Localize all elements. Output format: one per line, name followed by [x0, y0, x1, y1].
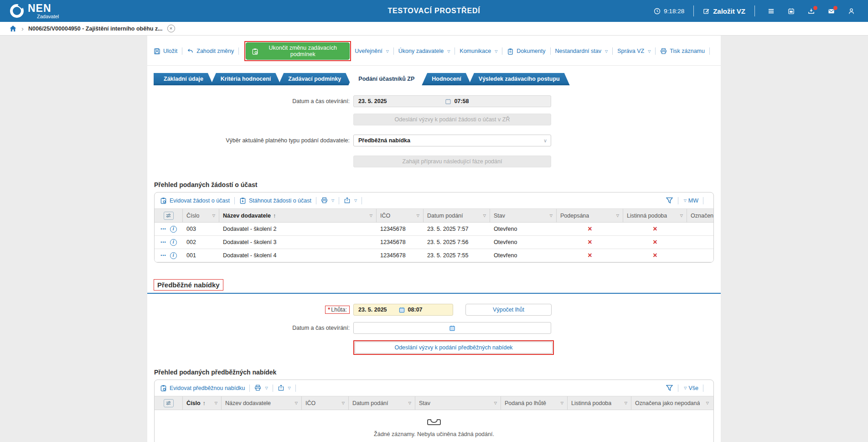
filter-chevron-icon[interactable]: ▽: [677, 213, 683, 218]
column-header-oznacena[interactable]: Označena jako nepodaná ▽: [631, 396, 713, 410]
submission-type-select[interactable]: Předběžná nabídka ∨: [353, 135, 551, 146]
column-header-podana-po-lhute[interactable]: Podaná po lhůtě ▽: [501, 396, 568, 410]
column-header-cislo[interactable]: Číslo ▽: [183, 209, 219, 222]
info-icon[interactable]: i: [170, 226, 177, 233]
table-row[interactable]: ••• i 002 Dodavatel - školení 3 12345678…: [155, 236, 713, 249]
filter-chevron-icon[interactable]: ▽: [547, 213, 553, 218]
row-menu-icon[interactable]: •••: [160, 227, 166, 231]
table-row[interactable]: ••• i 001 Dodavatel - školení 4 12345678…: [155, 249, 713, 262]
column-header-podepsana[interactable]: Podepsána ▽: [557, 209, 623, 222]
tab-zadavaci-podminky[interactable]: Zadávací podmínky: [278, 73, 351, 85]
column-header-datum-podani[interactable]: Datum podání ▽: [349, 396, 415, 410]
deadline-datetime-field[interactable]: 23. 5. 2025 08:07: [353, 304, 453, 316]
filter-chevron-icon[interactable]: ▽: [210, 213, 215, 218]
row-menu-icon[interactable]: •••: [160, 253, 166, 258]
messages-button[interactable]: [824, 8, 838, 15]
filter-chevron-icon[interactable]: ▽: [491, 401, 497, 405]
vz-admin-menu[interactable]: Správa VZ ▽: [617, 48, 651, 54]
register-request-button[interactable]: Evidovat žádost o účast: [160, 197, 230, 204]
tab-vysledek[interactable]: Výsledek zadávacího postupu: [469, 73, 570, 85]
print-grid-button[interactable]: ▽: [254, 385, 268, 391]
tab-kriteria-hodnoceni[interactable]: Kritéria hodnocení: [211, 73, 281, 85]
user-button[interactable]: [844, 8, 858, 15]
chevron-down-icon[interactable]: ▽: [684, 198, 687, 203]
column-header-nazev-dodavatele[interactable]: Název dodavatele ↑ ▽: [219, 209, 377, 222]
discard-changes-label: Zahodit změny: [196, 48, 234, 54]
filter-chevron-icon[interactable]: ▽: [339, 401, 345, 405]
filter-chevron-icon[interactable]: ▽: [480, 213, 486, 218]
downloads-button[interactable]: [804, 8, 818, 15]
divider: [754, 5, 755, 16]
finish-terms-change-button[interactable]: Ukončit změnu zadávacích podmínek: [246, 42, 350, 60]
filter-icon[interactable]: [666, 197, 673, 204]
home-icon[interactable]: [9, 25, 17, 32]
column-header-listinna-podoba[interactable]: Listinná podoba ▽: [568, 396, 631, 410]
filter-chevron-icon[interactable]: ▽: [414, 213, 419, 218]
calendar-icon[interactable]: [450, 325, 455, 331]
content-panel: Uložit Zahodit změny Ukončit změnu zadáv…: [147, 36, 721, 442]
column-header-ico[interactable]: IČO ▽: [302, 396, 349, 410]
column-header-nazev-dodavatele[interactable]: Název dodavatele ▽: [222, 396, 302, 410]
register-offer-button[interactable]: Evidovat předběžnou nabídku: [160, 385, 245, 391]
close-tab-icon[interactable]: ×: [167, 25, 175, 32]
tab-zakladni-udaje[interactable]: Základní údaje: [154, 73, 213, 85]
notification-badge: [813, 6, 817, 10]
discard-changes-button[interactable]: Zahodit změny: [187, 48, 234, 55]
column-header-stav[interactable]: Stav ▽: [490, 209, 557, 222]
communication-menu[interactable]: Komunikace ▽: [460, 48, 497, 54]
create-vz-button[interactable]: Založit VZ: [703, 7, 745, 15]
filter-chevron-icon[interactable]: ▽: [292, 401, 298, 405]
hamburger-icon: [768, 8, 775, 15]
column-header-stav[interactable]: Stav ▽: [415, 396, 501, 410]
info-icon[interactable]: i: [170, 252, 177, 259]
deadline-time-value[interactable]: 08:07: [408, 307, 423, 313]
preliminary-opening-field[interactable]: [353, 322, 551, 334]
chevron-down-icon: ▽: [605, 49, 608, 53]
clipboard-gear-icon: [252, 48, 258, 55]
column-header-datum-podani[interactable]: Datum podání ▽: [424, 209, 490, 222]
column-header-oznacena[interactable]: Označena jako nepodaná: [687, 209, 713, 222]
download-requests-button[interactable]: Stáhnout žádosti o účast: [239, 197, 311, 204]
tab-hodnoceni[interactable]: Hodnocení: [422, 73, 471, 85]
save-button[interactable]: Uložit: [154, 48, 177, 55]
column-header-listinna-podoba[interactable]: Listinná podoba ▽: [623, 209, 687, 222]
filter-chevron-icon[interactable]: ▽: [703, 401, 709, 405]
export-grid-button[interactable]: ▽: [278, 385, 291, 391]
grid-view-selector[interactable]: Vše: [688, 385, 698, 391]
deadline-calculation-button[interactable]: Výpočet lhůt: [465, 304, 552, 316]
filter-chevron-icon[interactable]: ▽: [212, 401, 217, 405]
documents-button[interactable]: Dokumenty: [507, 48, 545, 55]
filter-chevron-icon[interactable]: ▽: [406, 401, 411, 405]
print-record-button[interactable]: Tisk záznamu: [660, 48, 705, 55]
publish-menu[interactable]: Uveřejnění ▽: [355, 48, 389, 54]
nonstandard-state-menu[interactable]: Nestandardní stav ▽: [555, 48, 608, 54]
filter-icon[interactable]: [666, 384, 673, 392]
deadline-date-value[interactable]: 23. 5. 2025: [354, 307, 387, 313]
send-preliminary-offers-request-button[interactable]: Odeslání výzvy k podání předběžných nabí…: [355, 342, 553, 354]
grid-settings-button[interactable]: [164, 399, 174, 407]
requests-grid: Evidovat žádost o účast Stáhnout žádosti…: [154, 192, 714, 263]
calendar-button[interactable]: [784, 8, 798, 15]
row-menu-icon[interactable]: •••: [160, 240, 166, 244]
tab-podani-ucastniku-zp[interactable]: Podání účastníků ZP: [348, 73, 424, 85]
menu-button[interactable]: [764, 8, 778, 15]
export-grid-button[interactable]: ▽: [344, 197, 357, 204]
chevron-down-icon[interactable]: ▽: [684, 386, 687, 390]
column-settings-icon: [165, 400, 171, 406]
filter-chevron-icon[interactable]: ▽: [614, 213, 619, 218]
info-icon[interactable]: i: [170, 239, 177, 246]
filter-chevron-icon[interactable]: ▽: [367, 213, 372, 218]
table-row[interactable]: ••• i 003 Dodavatel - školení 2 12345678…: [155, 223, 713, 236]
filter-chevron-icon[interactable]: ▽: [622, 401, 627, 405]
column-header-ico[interactable]: IČO ▽: [377, 209, 424, 222]
grid-view-selector[interactable]: MW: [688, 198, 698, 204]
calendar-icon[interactable]: [399, 307, 405, 313]
nen-logo[interactable]: NEN Zadavatel: [10, 3, 59, 19]
filter-chevron-icon[interactable]: ▽: [558, 401, 563, 405]
preliminary-section-title: Předběžné nabídky: [154, 279, 223, 291]
column-header-cislo[interactable]: Číslo ↑ ▽: [183, 396, 222, 410]
print-grid-button[interactable]: ▽: [321, 197, 334, 204]
contracting-actions-menu[interactable]: Úkony zadavatele ▽: [398, 48, 450, 54]
breadcrumb-item[interactable]: N006/25/V00004950 - Zajištění interního …: [28, 26, 163, 32]
grid-settings-button[interactable]: [164, 212, 174, 220]
